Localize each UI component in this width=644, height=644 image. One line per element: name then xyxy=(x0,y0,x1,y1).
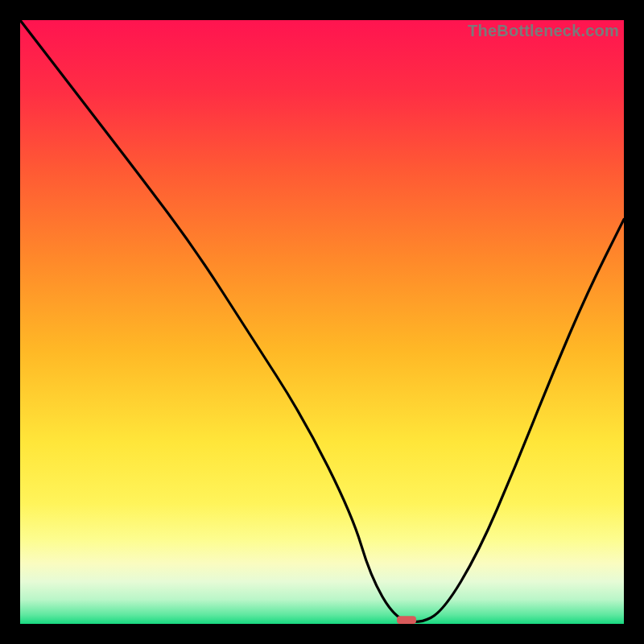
gradient-background xyxy=(20,20,624,624)
bottleneck-chart xyxy=(20,20,624,624)
optimum-marker xyxy=(397,616,416,624)
chart-container: TheBottleneck.com xyxy=(20,20,624,624)
watermark-label: TheBottleneck.com xyxy=(468,22,619,40)
